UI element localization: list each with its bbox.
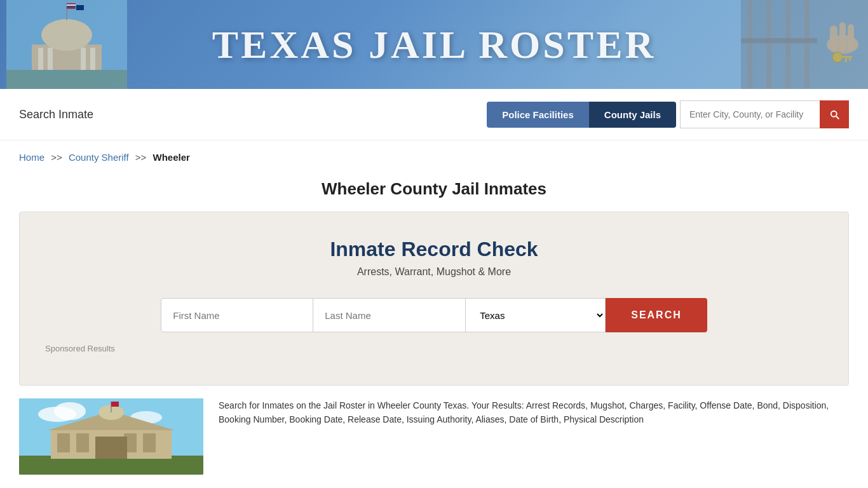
breadcrumb-sep1: >> — [51, 152, 62, 163]
svg-rect-20 — [741, 38, 817, 43]
bottom-description: Search for Inmates on the Jail Roster in… — [219, 398, 849, 475]
svg-rect-39 — [95, 437, 127, 459]
svg-rect-43 — [111, 402, 119, 407]
breadcrumb: Home >> County Sheriff >> Wheeler — [0, 140, 868, 169]
sponsored-results-label: Sponsored Results — [39, 344, 829, 353]
svg-rect-6 — [38, 48, 43, 70]
building-icon — [19, 398, 203, 475]
nav-search-input[interactable] — [680, 100, 820, 128]
banner-title: Texas Jail Roster — [212, 22, 656, 67]
svg-rect-27 — [849, 58, 851, 61]
svg-rect-2 — [6, 70, 127, 89]
breadcrumb-current: Wheeler — [153, 152, 190, 163]
svg-rect-28 — [845, 58, 847, 62]
svg-rect-19 — [804, 0, 810, 89]
svg-rect-22 — [830, 25, 837, 51]
last-name-input[interactable] — [313, 298, 466, 332]
svg-rect-36 — [76, 433, 89, 452]
svg-rect-13 — [67, 6, 76, 8]
svg-rect-18 — [785, 0, 790, 89]
svg-rect-16 — [747, 0, 752, 89]
breadcrumb-home[interactable]: Home — [19, 152, 44, 163]
svg-rect-23 — [839, 22, 846, 51]
svg-rect-26 — [841, 56, 852, 58]
county-jails-button[interactable]: County Jails — [589, 102, 676, 128]
bottom-section: Search for Inmates on the Jail Roster in… — [0, 398, 868, 475]
facility-image — [19, 398, 203, 475]
breadcrumb-sep2: >> — [135, 152, 147, 163]
search-icon — [829, 109, 840, 120]
svg-rect-35 — [57, 433, 70, 452]
capitol-icon — [6, 0, 127, 89]
state-select[interactable]: AlabamaAlaskaArizonaArkansasCaliforniaCo… — [466, 298, 606, 332]
breadcrumb-county-sheriff[interactable]: County Sheriff — [69, 152, 129, 163]
nav-search-wrapper — [680, 100, 849, 128]
header-banner: Texas Jail Roster — [0, 0, 868, 89]
door-keys-icon — [741, 0, 868, 89]
svg-rect-14 — [76, 5, 84, 10]
page-title: Wheeler County Jail Inmates — [0, 169, 868, 212]
svg-rect-24 — [848, 24, 854, 51]
record-check-subtitle: Arrests, Warrant, Mugshot & More — [39, 266, 829, 278]
svg-rect-38 — [143, 433, 156, 452]
svg-point-31 — [54, 402, 86, 420]
nav-search-button[interactable] — [820, 100, 849, 128]
record-check-box: Inmate Record Check Arrests, Warrant, Mu… — [19, 212, 849, 386]
record-check-title: Inmate Record Check — [39, 238, 829, 261]
svg-rect-17 — [766, 0, 771, 89]
svg-rect-5 — [64, 19, 70, 35]
svg-rect-8 — [81, 48, 86, 70]
nav-bar: Search Inmate Police Facilities County J… — [0, 89, 868, 140]
svg-rect-7 — [48, 48, 53, 70]
search-submit-button[interactable]: SEARCH — [606, 298, 707, 332]
nav-right: Police Facilities County Jails — [487, 100, 849, 128]
nav-search-inmate-label: Search Inmate — [19, 108, 93, 121]
police-facilities-button[interactable]: Police Facilities — [487, 102, 589, 128]
svg-rect-9 — [90, 48, 95, 70]
search-form: AlabamaAlaskaArizonaArkansasCaliforniaCo… — [39, 298, 829, 332]
first-name-input[interactable] — [161, 298, 313, 332]
